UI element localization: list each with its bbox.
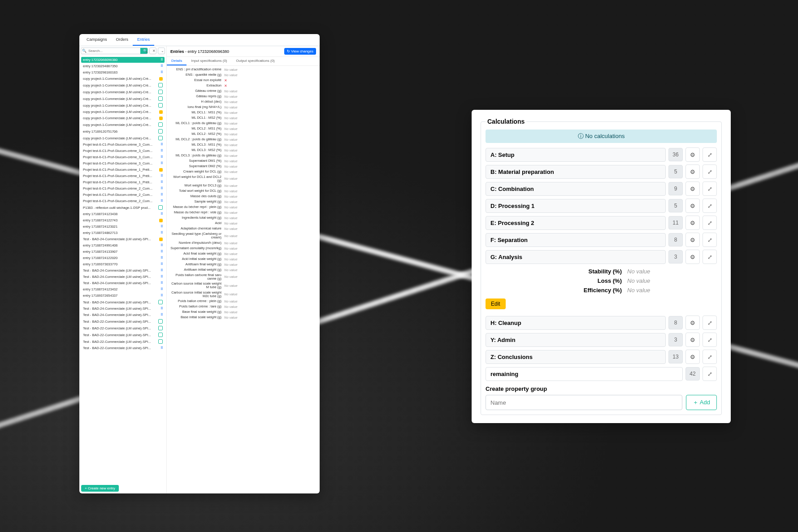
entry-row[interactable]: entry 17188724122743 [81, 217, 165, 223]
entry-row[interactable]: P1383 - réflexion outil séchage-1-DSP pr… [81, 204, 165, 211]
sub-tab[interactable]: Input specifications (0) [186, 57, 231, 65]
clear-button[interactable]: ✕ [149, 48, 156, 54]
entry-row[interactable]: Projet test-6-C1-Prof-Glucom-crème_1_Pré… [81, 173, 165, 179]
group-count: 36 [668, 148, 683, 161]
entry-row[interactable]: copy project-1-Commerciale (LM usine)-Cr… [81, 95, 165, 102]
group-name[interactable]: Y: Admin [486, 333, 666, 347]
tab-entries[interactable]: Entries [133, 34, 154, 46]
group-name[interactable]: G: Analysis [486, 250, 666, 264]
entry-row[interactable]: Test - BAD-24-Commerciale (LM usine)-SPI… [81, 236, 165, 242]
entry-row[interactable]: copy project-1-Commerciale (LM usine)-Cr… [81, 109, 165, 115]
view-changes-button[interactable]: ↻ View changes [284, 48, 316, 55]
group-name-input[interactable] [486, 395, 682, 410]
entry-row[interactable]: Projet test-6-C1-Prof-Glucom-crème_2_Com… [81, 198, 165, 204]
group-name[interactable]: F: Separation [486, 233, 666, 247]
gear-icon[interactable]: ⚙ [685, 350, 700, 364]
entry-row[interactable]: entry 17188724133907⠿ [81, 249, 165, 255]
status-badge-yellow [159, 110, 163, 114]
entry-row[interactable]: Test - BAD-24-Commerciale (LM usine)-SPI… [81, 306, 165, 311]
entry-row[interactable]: entry 17189120751706 [81, 128, 165, 134]
property-group: G: Analysis3⚙⤢ [486, 250, 717, 264]
expand-icon[interactable]: ⤢ [703, 333, 717, 347]
add-group-button[interactable]: ＋ Add [686, 395, 717, 410]
search-go-button[interactable]: 🔍 [140, 48, 147, 54]
group-name[interactable]: H: Cleanup [486, 316, 666, 330]
entry-row[interactable]: copy project-1-Commerciale (LM usine)-Cr… [81, 76, 165, 82]
expand-icon[interactable]: ⤢ [703, 182, 717, 196]
gear-icon[interactable]: ⚙ [685, 233, 700, 247]
entry-label: entry 17188724123432 [83, 287, 160, 291]
expand-icon[interactable]: ⤢ [703, 199, 717, 213]
detail-label: ENS : quantité réelle (g) [169, 73, 224, 77]
entry-row[interactable]: Projet test-6-C1-Prof-Glucom-crème_3_Com… [81, 154, 165, 160]
entry-row[interactable]: copy project-1-Commerciale (LM usine)-Cr… [81, 115, 165, 121]
entry-row[interactable]: entry 17188724122020⠿ [81, 255, 165, 261]
expand-icon[interactable]: ⤢ [703, 233, 717, 247]
entry-row[interactable]: entry 17230298160183⠿ [81, 69, 165, 75]
group-name[interactable]: D: Processing 1 [486, 199, 666, 213]
entry-row[interactable]: entry 17232068096380⠿ [81, 57, 165, 63]
entry-row[interactable]: entry 17188724123438⠿ [81, 211, 165, 217]
gear-icon[interactable]: ⚙ [685, 333, 700, 347]
group-name[interactable]: E: Processing 2 [486, 216, 666, 230]
entry-row[interactable]: Test - BAD-24-Commerciale (LM usine)-SPI… [81, 268, 165, 273]
gear-icon[interactable]: ⚙ [685, 164, 700, 179]
entry-row[interactable]: Projet test-6-C1-Prof-Glucom-crème_3_Com… [81, 148, 165, 154]
entry-row[interactable]: entry 17189372654337⠿ [81, 293, 165, 298]
expand-icon[interactable]: ⤢ [703, 164, 717, 179]
tab-campaigns[interactable]: Campaigns [82, 34, 112, 46]
entry-row[interactable]: entry 17230294867350⠿ [81, 63, 165, 69]
entry-row[interactable]: Projet test-6-C1-Prof-Glucom-crème_2_Com… [81, 186, 165, 191]
entry-row[interactable]: Test - BAD-22-Commerciale (LM usine)-SPI… [81, 338, 165, 345]
entry-row[interactable]: Test - BAD-24-Commerciale (LM usine)-SPI… [81, 299, 165, 305]
property-group: Y: Admin3⚙⤢ [486, 333, 717, 347]
entry-row[interactable]: copy project-1-Commerciale (LM usine)-Cr… [81, 102, 165, 108]
entry-row[interactable]: entry 17188724123021⠿ [81, 224, 165, 229]
expand-icon[interactable]: ⤢ [703, 216, 717, 230]
create-entry-button[interactable]: + Create new entry [81, 485, 119, 492]
entry-row[interactable]: entry 17188724862713⠿ [81, 230, 165, 236]
group-name[interactable]: B: Material preparation [486, 165, 666, 179]
gear-icon[interactable]: ⚙ [685, 216, 700, 230]
detail-value: No value [224, 305, 238, 309]
entry-row[interactable]: Test - BAD-22-Commerciale (LM usine)-SPI… [81, 325, 165, 331]
expand-icon[interactable]: ⤢ [703, 316, 717, 330]
group-name[interactable]: Z: Conclusions [486, 350, 666, 364]
entry-row[interactable]: Test - BAD-24-Commerciale (LM usine)-SPI… [81, 280, 165, 286]
entry-row[interactable]: Test - BAD-24-Commerciale (LM usine)-SPI… [81, 312, 165, 318]
expand-icon[interactable]: ⤢ [703, 350, 717, 364]
group-name[interactable]: remaining [486, 367, 683, 381]
entry-row[interactable]: Test - BAD-22-Commerciale (LM usine)-SPI… [81, 318, 165, 324]
entry-row[interactable]: Projet test-6-C1-Prof-Glucom-crème_3_Com… [81, 160, 165, 166]
tab-orders[interactable]: Orders [112, 34, 133, 46]
group-name[interactable]: C: Combination [486, 182, 666, 196]
entry-row[interactable]: copy project-1-Commerciale (LM usine)-Cr… [81, 82, 165, 88]
entry-row[interactable]: Test - BAD-22-Commerciale (LM usine)-SPI… [81, 345, 165, 351]
entry-row[interactable]: copy project-1-Commerciale (LM usine)-Cr… [81, 121, 165, 128]
entry-row[interactable]: Projet test-6-C1-Prof-Glucom-crème_2_Com… [81, 192, 165, 198]
search-input[interactable] [87, 48, 140, 54]
entry-row[interactable]: Projet test-6-C1-Prof-Glucom-crème_3_Com… [81, 142, 165, 147]
gear-icon[interactable]: ⚙ [685, 199, 700, 213]
expand-icon[interactable]: ⤢ [703, 147, 717, 162]
gear-icon[interactable]: ⚙ [685, 147, 700, 162]
sub-tab[interactable]: Output specifications (0) [232, 57, 279, 65]
entry-row[interactable]: Projet test-6-C1-Prof-Glucom-crème_1_Pré… [81, 167, 165, 173]
expand-icon[interactable]: ⤢ [703, 250, 717, 264]
dropdown-button[interactable]: ⌄ [158, 48, 165, 54]
group-name[interactable]: A: Setup [486, 148, 666, 162]
sub-tab[interactable]: Details [167, 57, 186, 65]
entry-row[interactable]: entry 17188724991408⠿ [81, 242, 165, 248]
entry-row[interactable]: Test - BAD-24-Commerciale (LM usine)-SPI… [81, 274, 165, 280]
entry-row[interactable]: Test - BAD-22-Commerciale (LM usine)-SPI… [81, 332, 165, 338]
gear-icon[interactable]: ⚙ [685, 316, 700, 330]
gear-icon[interactable]: ⚙ [685, 182, 700, 196]
entry-row[interactable]: copy project-1-Commerciale (LM usine)-Cr… [81, 135, 165, 141]
entry-row[interactable]: Projet test-6-C1-Prof-Glucom-crème_1_Pré… [81, 179, 165, 185]
entry-row[interactable]: entry 17189373033770⠿ [81, 261, 165, 267]
entry-row[interactable]: copy project-1-Commerciale (LM usine)-Cr… [81, 89, 165, 95]
gear-icon[interactable]: ⚙ [685, 250, 700, 264]
entry-row[interactable]: entry 17188724123432⠿ [81, 286, 165, 292]
expand-icon[interactable]: ⤢ [703, 367, 717, 381]
edit-button[interactable]: Edit [486, 298, 506, 309]
